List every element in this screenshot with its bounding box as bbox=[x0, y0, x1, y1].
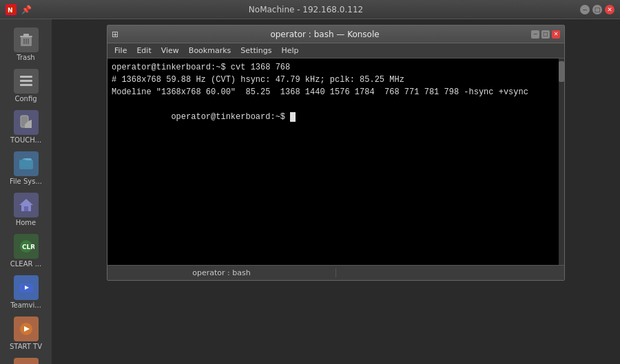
config-icon bbox=[14, 69, 39, 94]
sidebar-item-filesys[interactable]: File Sys... bbox=[3, 149, 50, 189]
nx-icon: N bbox=[6, 4, 17, 15]
terminal-line-1: # 1368x768 59.88 Hz (CVT) hsync: 47.79 k… bbox=[112, 74, 560, 86]
sidebar-label-home: Home bbox=[16, 219, 37, 227]
konsole-statusbar: operator : bash bbox=[107, 265, 564, 280]
svg-rect-9 bbox=[20, 80, 32, 82]
svg-text:N: N bbox=[8, 7, 13, 14]
maximize-button[interactable]: □ bbox=[592, 5, 602, 14]
sidebar-label-touch: TOUCH... bbox=[10, 136, 41, 144]
main-layout: Trash Config TOUCH... bbox=[0, 19, 620, 364]
content-area: ⊞ operator : bash — Konsole − □ ✕ File E… bbox=[52, 19, 620, 364]
terminal-line-2: Modeline "1368x768 60.00" 85.25 1368 144… bbox=[112, 86, 560, 98]
sidebar-label-teamvi1: Teamvi... bbox=[10, 301, 41, 310]
sidebar-item-trash[interactable]: Trash bbox=[3, 25, 50, 65]
konsole-maximize-btn[interactable]: □ bbox=[541, 30, 550, 39]
konsole-close-btn[interactable]: ✕ bbox=[552, 30, 560, 39]
teamvi1-icon bbox=[14, 275, 39, 300]
svg-text:CLR: CLR bbox=[22, 244, 34, 250]
sidebar-label-starttv: START TV bbox=[10, 343, 42, 351]
title-bar: N 📌 NoMachine - 192.168.0.112 − □ ✕ bbox=[0, 0, 620, 19]
menu-bookmarks[interactable]: Bookmarks bbox=[185, 45, 235, 56]
konsole-minimize-btn[interactable]: − bbox=[531, 30, 539, 39]
sidebar: Trash Config TOUCH... bbox=[0, 19, 52, 364]
terminal-line-3: operator@tinkerboard:~$ bbox=[112, 98, 560, 136]
konsole-window: ⊞ operator : bash — Konsole − □ ✕ File E… bbox=[107, 25, 565, 281]
svg-rect-4 bbox=[20, 36, 32, 37]
menu-help[interactable]: Help bbox=[277, 45, 302, 56]
konsole-menubar: File Edit View Bookmarks Settings Help bbox=[107, 43, 564, 58]
pin-icon: 📌 bbox=[21, 4, 32, 15]
menu-settings[interactable]: Settings bbox=[236, 45, 276, 56]
svg-rect-13 bbox=[24, 206, 28, 211]
sidebar-label-trash: Trash bbox=[17, 54, 34, 62]
menu-file[interactable]: File bbox=[110, 45, 131, 56]
terminal-body[interactable]: operator@tinkerboard:~$ cvt 1368 768 # 1… bbox=[107, 58, 564, 265]
window-title: NoMachine - 192.168.0.112 bbox=[32, 5, 580, 14]
minimize-button[interactable]: − bbox=[580, 5, 590, 14]
title-bar-left: N 📌 bbox=[6, 4, 32, 15]
sidebar-label-filesys: File Sys... bbox=[10, 178, 42, 186]
trash-icon bbox=[14, 28, 39, 52]
sidebar-item-stoptv[interactable]: STOP TV bbox=[3, 355, 50, 364]
konsole-title: operator : bash — Konsole bbox=[118, 30, 531, 39]
svg-rect-12 bbox=[19, 160, 33, 169]
status-left: operator : bash bbox=[107, 268, 336, 277]
terminal-line-0: operator@tinkerboard:~$ cvt 1368 768 bbox=[112, 61, 560, 74]
sidebar-label-clear: CLEAR ... bbox=[10, 260, 41, 268]
sidebar-item-teamvi1[interactable]: Teamvi... bbox=[3, 272, 50, 312]
filesys-icon bbox=[14, 151, 39, 176]
terminal-scrollbar[interactable] bbox=[559, 58, 564, 265]
touch-icon bbox=[14, 110, 39, 135]
sidebar-item-config[interactable]: Config bbox=[3, 66, 50, 106]
terminal-scrollbar-thumb bbox=[559, 61, 564, 82]
window-controls: − □ ✕ bbox=[580, 5, 614, 14]
sidebar-item-home[interactable]: Home bbox=[3, 190, 50, 230]
menu-edit[interactable]: Edit bbox=[132, 45, 155, 56]
menu-view[interactable]: View bbox=[157, 45, 183, 56]
close-button[interactable]: ✕ bbox=[605, 5, 614, 14]
svg-rect-8 bbox=[20, 76, 32, 78]
clear-icon: CLR bbox=[14, 234, 39, 259]
konsole-titlebar: ⊞ operator : bash — Konsole − □ ✕ bbox=[107, 25, 564, 43]
sidebar-label-config: Config bbox=[14, 95, 37, 103]
stoptv-icon bbox=[14, 358, 39, 364]
terminal-cursor bbox=[290, 112, 296, 122]
svg-rect-10 bbox=[20, 84, 32, 86]
sidebar-item-touch[interactable]: TOUCH... bbox=[3, 107, 50, 147]
sidebar-item-clear[interactable]: CLR CLEAR ... bbox=[3, 231, 50, 271]
home-icon bbox=[14, 193, 39, 217]
starttv-icon bbox=[14, 317, 39, 341]
sidebar-item-starttv[interactable]: START TV bbox=[3, 314, 50, 354]
konsole-controls: − □ ✕ bbox=[531, 30, 560, 39]
konsole-attach-btn[interactable]: ⊞ bbox=[112, 30, 118, 39]
